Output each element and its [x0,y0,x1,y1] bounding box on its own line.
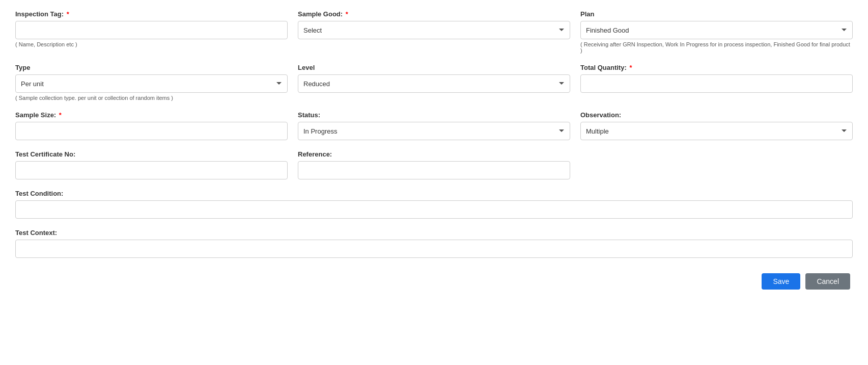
observation-label: Observation: [580,111,853,119]
test-certificate-group: Test Certificate No: [15,150,288,179]
status-label: Status: [298,111,570,119]
type-group: Type Per unit Collection ( Sample collec… [15,64,288,101]
reference-label: Reference: [298,150,570,158]
row-5: Test Condition: [15,190,853,219]
plan-hint: ( Receiving after GRN Inspection, Work I… [580,41,853,54]
sample-good-required-marker: * [346,10,348,18]
observation-group: Observation: Multiple Single [580,111,853,140]
sample-good-select[interactable]: Select Good Bad Average [298,21,570,39]
test-context-input[interactable] [15,240,853,258]
row-2: Type Per unit Collection ( Sample collec… [15,64,853,101]
sample-good-label: Sample Good: * [298,10,570,18]
reference-group: Reference: [298,150,570,179]
level-group: Level Normal Reduced Tightened [298,64,570,101]
cancel-button[interactable]: Cancel [805,273,850,290]
plan-label: Plan [580,10,853,18]
sample-good-group: Sample Good: * Select Good Bad Average [298,10,570,54]
row-4: Test Certificate No: Reference: [15,150,853,179]
test-certificate-input[interactable] [15,161,288,179]
plan-select[interactable]: Finished Good Receiving after GRN Inspec… [580,21,853,39]
type-label: Type [15,64,288,71]
sample-size-group: Sample Size: * [15,111,288,140]
test-context-group: Test Context: [15,229,853,258]
sample-size-required-marker: * [59,111,62,119]
save-button[interactable]: Save [762,273,800,290]
inspection-tag-group: Inspection Tag: * ( Name, Description et… [15,10,288,54]
level-select[interactable]: Normal Reduced Tightened [298,74,570,93]
level-label: Level [298,64,570,71]
test-condition-group: Test Condition: [15,190,853,219]
total-quantity-label: Total Quantity: * [580,64,853,71]
sample-size-input[interactable] [15,122,288,140]
inspection-tag-required-marker: * [67,10,69,18]
form-container: Inspection Tag: * ( Name, Description et… [0,0,868,300]
row-1: Inspection Tag: * ( Name, Description et… [15,10,853,54]
total-quantity-input[interactable] [580,74,853,93]
total-quantity-required-marker: * [629,64,632,71]
inspection-tag-input[interactable] [15,21,288,39]
test-condition-label: Test Condition: [15,190,853,197]
test-certificate-label: Test Certificate No: [15,150,288,158]
type-hint: ( Sample collection type. per unit or co… [15,95,288,101]
total-quantity-group: Total Quantity: * [580,64,853,101]
inspection-tag-label: Inspection Tag: * [15,10,288,18]
inspection-tag-hint: ( Name, Description etc ) [15,41,288,47]
sample-size-label: Sample Size: * [15,111,288,119]
plan-group: Plan Finished Good Receiving after GRN I… [580,10,853,54]
test-condition-input[interactable] [15,200,853,219]
type-select[interactable]: Per unit Collection [15,74,288,93]
status-select[interactable]: In Progress Completed Pending [298,122,570,140]
test-context-label: Test Context: [15,229,853,237]
button-row: Save Cancel [15,273,853,290]
status-group: Status: In Progress Completed Pending [298,111,570,140]
observation-select[interactable]: Multiple Single [580,122,853,140]
row-6: Test Context: [15,229,853,258]
row-3: Sample Size: * Status: In Progress Compl… [15,111,853,140]
reference-input[interactable] [298,161,570,179]
